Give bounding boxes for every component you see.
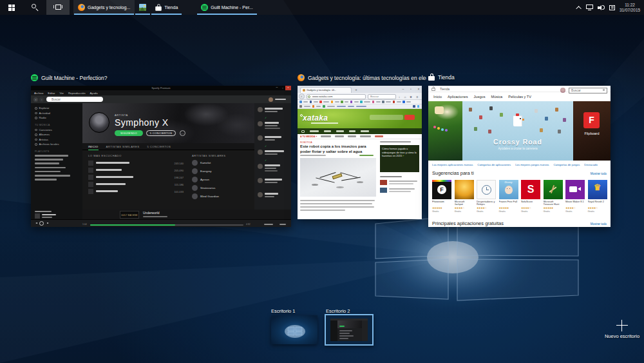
ad-text[interactable]: Underworld xyxy=(143,211,160,215)
bookmark-favicon[interactable] xyxy=(310,101,312,103)
playlist-item[interactable] xyxy=(35,167,66,169)
bookmark-favicon[interactable] xyxy=(341,101,343,103)
nav-item-bar[interactable] xyxy=(324,130,331,132)
bookmark-favicon[interactable] xyxy=(299,101,302,103)
show-all-link[interactable]: Mostrar todo xyxy=(591,172,607,175)
firefox-window-thumbnail[interactable]: Gadgets y tecnología: últ... + – ▫ × ‹ ↓… xyxy=(298,86,422,219)
taskbar-store-button[interactable]: Tienda xyxy=(151,0,182,15)
xataka-logo[interactable]: xataka xyxy=(303,113,328,123)
track-row[interactable]: 198.247 xyxy=(88,174,184,181)
track-row[interactable]: 243.140 xyxy=(88,160,184,166)
spotify-minimize-button[interactable]: – xyxy=(274,86,279,90)
share-facebook-icon[interactable] xyxy=(413,105,415,108)
spotify-maximize-button[interactable]: ▫ xyxy=(280,86,285,90)
store-window-thumbnail[interactable]: Tienda – ▫ × Inicio Aplicaciones Juegos … xyxy=(428,86,611,227)
follow-button[interactable]: SIGUIENDO xyxy=(115,130,143,136)
browser-search-field[interactable] xyxy=(368,94,396,99)
app-tile[interactable]: Royal Revolt 2★★★★☆Gratis xyxy=(588,180,607,213)
home-icon[interactable]: ⌂ xyxy=(403,95,407,99)
link-categorias-juegos[interactable]: Categorías de juegos xyxy=(553,163,580,166)
sidebar-item-actividad[interactable]: Actividad xyxy=(35,111,82,116)
hero-crossy-road-banner[interactable]: Crossy Road Ayúdales a cruzar la carrete… xyxy=(462,101,573,161)
xataka-search-input[interactable] xyxy=(370,115,403,120)
related-item-thumb[interactable] xyxy=(380,180,387,185)
bookmark-favicon[interactable] xyxy=(323,105,325,108)
start-button[interactable] xyxy=(0,0,23,15)
carousel-dots[interactable] xyxy=(462,155,573,161)
bookmark-favicon[interactable] xyxy=(372,101,375,103)
store-nav-aplicaciones[interactable]: Aplicaciones xyxy=(448,95,468,99)
app-tile[interactable]: Fhotoroom★★★★★Gratis xyxy=(432,180,451,213)
bookmark-favicon[interactable] xyxy=(402,101,405,103)
playlist-item[interactable] xyxy=(35,175,70,177)
action-center-icon[interactable] xyxy=(609,5,615,10)
bookmark-favicon[interactable] xyxy=(393,101,395,103)
new-desktop-button[interactable] xyxy=(616,320,628,331)
app-tile[interactable]: SofaScore★★★★☆Gratis xyxy=(521,180,540,213)
share-twitter-icon[interactable] xyxy=(417,105,420,108)
previous-track-icon[interactable] xyxy=(35,222,37,224)
menu-reproduccion[interactable]: Reproducción xyxy=(68,92,86,95)
pause-icon[interactable] xyxy=(39,221,44,226)
menu-ver[interactable]: Ver xyxy=(60,92,64,95)
spotify-window-thumbnail[interactable]: Spotify Premium – ▫ × Archivo Editar Ver… xyxy=(31,86,291,227)
playlist-item[interactable] xyxy=(35,179,57,181)
sidebar-item-archivos-locales[interactable]: Archivos locales xyxy=(35,142,82,147)
link-categorias-aplicaciones[interactable]: Categorías de aplicaciones xyxy=(477,163,511,166)
volume-slider[interactable] xyxy=(264,224,273,225)
sidebar-item-albumes[interactable]: Álbumes xyxy=(35,132,82,137)
taskbar-search-button[interactable] xyxy=(23,0,46,15)
hero-flipboard-panel[interactable]: Flipboard xyxy=(573,101,611,161)
concerts-button[interactable]: 5 CONCIERTOS xyxy=(146,130,176,136)
topic-link-bar[interactable] xyxy=(321,135,331,137)
spotify-search-input[interactable] xyxy=(46,97,103,102)
nav-item-bar[interactable] xyxy=(361,130,369,132)
home-icon[interactable] xyxy=(301,130,305,133)
hero-left-panel[interactable] xyxy=(428,101,462,161)
show-all-link[interactable]: Mostrar todo xyxy=(591,222,607,226)
queue-icon[interactable] xyxy=(279,224,286,225)
link-mejores-aplicaciones[interactable]: Las mejores aplicaciones nuevas xyxy=(432,163,473,166)
sidebar-item-explorar[interactable]: Explorar xyxy=(35,106,82,111)
topic-link-bar[interactable] xyxy=(360,135,371,137)
taskbar-photos-button[interactable] xyxy=(135,0,151,15)
app-tile[interactable]: Movie Maker 8.1★★★★☆Gratis xyxy=(565,180,585,213)
topic-link-bar[interactable] xyxy=(375,135,383,137)
tab-artistas-similares[interactable]: ARTISTAS SIMILARES xyxy=(106,143,140,150)
similar-artist-row[interactable]: Kamelot xyxy=(192,160,251,167)
nav-item-bar[interactable] xyxy=(336,130,344,132)
progress-bar[interactable] xyxy=(90,224,243,226)
playlist-item[interactable] xyxy=(35,171,61,173)
similar-artist-row[interactable]: Blind Guardian xyxy=(192,193,251,201)
bookmark-favicon[interactable] xyxy=(360,101,363,103)
bookmark-star-icon[interactable]: ★ xyxy=(409,95,413,99)
playlist-item[interactable] xyxy=(35,162,59,164)
firefox-close-button[interactable]: × xyxy=(415,86,422,92)
ad-album-art[interactable]: GUILT MACHINE xyxy=(120,211,139,219)
downloads-icon[interactable]: ↓ xyxy=(397,95,401,99)
xataka-search-button[interactable] xyxy=(404,115,415,120)
friend-activity-item[interactable]: ✓ xyxy=(258,106,291,121)
menu-editar[interactable]: Editar xyxy=(48,92,55,95)
nav-item-bar[interactable] xyxy=(349,130,355,132)
next-track-icon[interactable] xyxy=(47,222,49,224)
desktop1-thumbnail[interactable] xyxy=(271,315,317,344)
store-nav-juegos[interactable]: Juegos xyxy=(473,95,485,99)
volume-icon[interactable] xyxy=(598,5,605,11)
bookmarks-bar-row2[interactable] xyxy=(298,104,422,109)
tab-inicio[interactable]: INICIO xyxy=(88,143,99,150)
bookmark-favicon[interactable] xyxy=(319,101,322,103)
store-search-input[interactable] xyxy=(569,88,607,93)
forward-icon[interactable]: › xyxy=(39,97,44,102)
friend-activity-item[interactable]: ✓ xyxy=(258,149,291,163)
back-icon[interactable]: ‹ xyxy=(299,93,305,99)
friend-activity-item[interactable] xyxy=(258,177,291,191)
spotify-user-avatar[interactable] xyxy=(269,97,273,102)
network-icon[interactable] xyxy=(586,5,593,11)
browser-tab[interactable]: Gadgets y tecnología: últ... xyxy=(300,87,352,93)
friend-activity-item[interactable]: ✓ xyxy=(258,135,291,149)
back-icon[interactable]: ‹ xyxy=(33,97,38,102)
friend-activity-item[interactable] xyxy=(258,121,291,135)
firefox-minimize-button[interactable]: – xyxy=(400,86,406,92)
playlist-item[interactable] xyxy=(35,155,68,157)
